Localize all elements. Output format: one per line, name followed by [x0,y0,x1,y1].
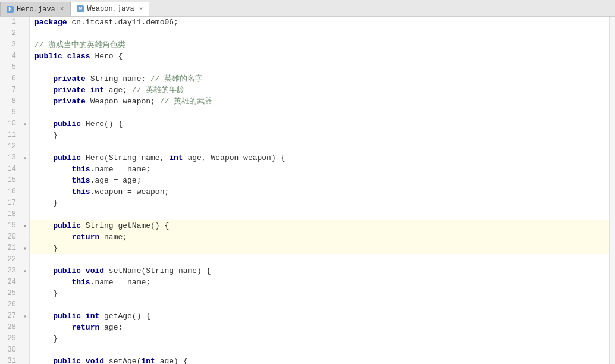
token-kw: this [71,165,90,174]
code-line-2 [30,28,609,39]
token-plain [34,357,53,364]
code-content-17: } [30,197,58,209]
token-cm: // 英雄的武器 [160,97,212,106]
code-line-16: this.weapon = weapon; [30,186,609,197]
code-line-17: } [30,197,609,209]
code-content-19: public String getName() { [30,220,169,231]
code-line-24: this.name = name; [30,277,609,288]
token-plain: setAge( [104,357,141,364]
code-line-26 [30,299,609,310]
code-content-7: private int age; // 英雄的年龄 [30,84,184,96]
line-number-7: 7 [0,84,21,96]
fold-icon-21[interactable]: ▾ [21,243,29,254]
token-plain: Hero() { [81,120,123,128]
line-number-25: 25 [0,288,21,299]
gutter-line-18: 18 [0,209,29,220]
code-content-10: public Hero() { [30,118,123,130]
token-kw: this [71,187,90,196]
token-plain [34,221,53,230]
code-content-3: // 游戏当中的英雄角色类 [30,39,125,51]
fold-icon-29 [21,333,29,344]
code-line-27: public int getAge() { [30,310,609,322]
tab-close-weapon[interactable]: × [139,6,143,12]
gutter-line-2: 2 [0,28,29,39]
code-lines: package cn.itcast.day11.demo06;// 游戏当中的英… [30,17,609,364]
gutter: 12345678910▾111213▾141516171819▾2021▾222… [0,17,30,364]
token-plain [34,86,53,95]
token-plain [62,52,67,61]
fold-icon-15 [21,175,29,186]
token-plain [34,176,71,185]
code-line-29: } [30,333,609,344]
line-number-4: 4 [0,51,21,62]
code-line-31: public void setAge(int age) { [30,356,609,364]
token-kw: return [71,233,99,241]
token-plain [81,312,86,321]
token-plain: .name = name; [90,165,150,174]
line-number-5: 5 [0,62,21,73]
fold-icon-23[interactable]: ▾ [21,265,29,277]
line-number-20: 20 [0,231,21,243]
gutter-line-10: 10▾ [0,118,29,130]
token-plain: String getName() { [81,221,169,230]
code-line-5 [30,62,609,73]
token-plain [86,86,90,95]
code-line-30 [30,344,609,356]
code-line-6: private String name; // 英雄的名字 [30,73,609,84]
token-plain: .weapon = weapon; [90,187,170,196]
code-content-11: } [30,130,58,141]
tab-close-hero[interactable]: × [60,6,64,12]
fold-icon-31 [21,356,29,364]
gutter-line-3: 3 [0,39,29,51]
code-content-14: this.name = name; [30,164,150,175]
code-content-31: public void setAge(int age) { [30,356,188,364]
token-plain: age; [99,323,123,332]
token-kw: public [53,312,81,321]
fold-icon-4 [21,51,29,62]
line-number-26: 26 [0,299,21,310]
token-kw: this [71,176,90,185]
code-line-14: this.name = name; [30,164,609,175]
token-kw: public [53,266,81,275]
line-number-29: 29 [0,333,21,344]
code-line-22 [30,254,609,265]
line-number-21: 21 [0,243,21,254]
fold-icon-22 [21,254,29,265]
token-plain [34,187,71,196]
fold-icon-11 [21,130,29,141]
code-area[interactable]: package cn.itcast.day11.demo06;// 游戏当中的英… [30,17,609,364]
fold-icon-9 [21,107,29,118]
token-kw: public [53,120,81,128]
fold-icon-13[interactable]: ▾ [21,152,29,164]
gutter-line-21: 21▾ [0,243,29,254]
fold-icon-19[interactable]: ▾ [21,220,29,231]
token-plain [34,74,53,83]
tab-hero[interactable]: HHero.java× [0,2,70,16]
gutter-line-8: 8 [0,96,29,107]
gutter-line-5: 5 [0,62,29,73]
code-content-15: this.age = age; [30,175,141,186]
token-plain: String name; [86,74,150,83]
fold-icon-10[interactable]: ▾ [21,118,29,130]
gutter-line-28: 28 [0,322,29,333]
fold-icon-14 [21,164,29,175]
token-kw: void [86,266,104,275]
token-plain: Hero { [90,52,123,61]
editor: 12345678910▾111213▾141516171819▾2021▾222… [0,17,615,364]
token-plain: } [34,289,58,298]
line-number-2: 2 [0,28,21,39]
code-line-10: public Hero() { [30,118,609,130]
fold-icon-5 [21,62,29,73]
fold-icon-27[interactable]: ▾ [21,310,29,322]
line-number-19: 19 [0,220,21,231]
ide-window: HHero.java×WWeapon.java× 12345678910▾111… [0,0,615,364]
token-plain: .name = name; [90,278,150,287]
code-line-21: } [30,243,609,254]
fold-icon-17 [21,197,29,209]
tab-weapon[interactable]: WWeapon.java× [70,2,149,16]
code-content-20: return name; [30,231,127,243]
token-plain [34,165,71,174]
gutter-line-30: 30 [0,344,29,356]
line-number-31: 31 [0,356,21,364]
token-plain [34,97,53,106]
